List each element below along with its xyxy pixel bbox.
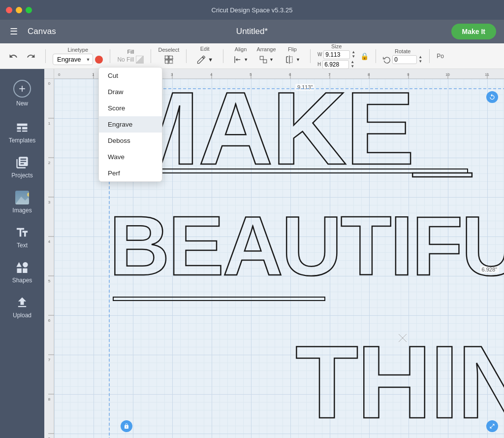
edit-group: Edit ▼ bbox=[193, 46, 216, 67]
shapes-label: Shapes bbox=[12, 277, 32, 284]
sep-6 bbox=[310, 49, 311, 63]
linetype-group: Linetype Engrave ▼ bbox=[53, 47, 103, 65]
undo-button[interactable] bbox=[6, 50, 21, 63]
fill-value: No Fill bbox=[117, 56, 134, 63]
svg-text:5: 5 bbox=[250, 72, 252, 77]
sidebar-item-projects[interactable]: Projects bbox=[0, 150, 44, 185]
svg-rect-6 bbox=[260, 56, 263, 60]
rotate-arrows: ▲ ▼ bbox=[418, 55, 422, 64]
rotate-input[interactable] bbox=[392, 55, 417, 64]
sidebar-item-new[interactable]: + New bbox=[0, 74, 44, 113]
position-label: Po bbox=[437, 53, 444, 60]
deselect-button[interactable] bbox=[162, 54, 176, 66]
width-up-arrow[interactable]: ▲ bbox=[351, 50, 355, 54]
svg-rect-56 bbox=[113, 297, 325, 301]
height-label: H bbox=[317, 62, 321, 67]
ruler-left-svg: 0 1 2 3 4 5 6 7 8 9 bbox=[44, 79, 54, 438]
linetype-value: Engrave bbox=[57, 56, 81, 63]
main-area: + New Templates Projects bbox=[0, 69, 504, 438]
undo-redo-group bbox=[6, 50, 38, 63]
arrange-label: Arrange bbox=[256, 46, 276, 52]
text-icon bbox=[15, 226, 29, 239]
width-input[interactable] bbox=[323, 50, 350, 59]
rotate-label: Rotate bbox=[395, 48, 410, 54]
rotation-handle[interactable] bbox=[486, 91, 498, 103]
maximize-button[interactable] bbox=[26, 7, 32, 13]
svg-text:1: 1 bbox=[92, 72, 94, 77]
align-button[interactable]: ▼ bbox=[230, 53, 251, 66]
sep-3 bbox=[151, 49, 151, 63]
svg-text:7: 7 bbox=[48, 358, 51, 362]
svg-text:3: 3 bbox=[171, 72, 173, 77]
sidebar-item-templates[interactable]: Templates bbox=[0, 115, 44, 150]
flip-group: Flip ▼ bbox=[282, 46, 303, 66]
svg-text:9: 9 bbox=[407, 72, 410, 77]
templates-icon bbox=[15, 121, 29, 135]
svg-text:2: 2 bbox=[48, 161, 51, 165]
sep-1 bbox=[45, 49, 46, 63]
hamburger-menu-button[interactable]: ☰ bbox=[8, 24, 20, 39]
canvas-label: Canvas bbox=[28, 27, 56, 36]
ruler-left: 0 1 2 3 4 5 6 7 8 9 bbox=[44, 79, 54, 438]
upload-icon bbox=[15, 296, 29, 309]
projects-icon bbox=[15, 156, 29, 169]
fill-control: No Fill bbox=[117, 56, 144, 64]
traffic-lights bbox=[6, 7, 32, 13]
sidebar-item-text[interactable]: Text bbox=[0, 220, 44, 255]
new-icon: + bbox=[13, 80, 31, 98]
toolbar: Linetype Engrave ▼ Fill No Fill Deselect bbox=[0, 43, 504, 69]
close-button[interactable] bbox=[6, 7, 12, 13]
color-swatch[interactable] bbox=[95, 56, 103, 64]
height-down-arrow[interactable]: ▼ bbox=[350, 65, 354, 68]
height-up-arrow[interactable]: ▲ bbox=[350, 60, 354, 64]
rotate-group: Rotate ▲ ▼ bbox=[383, 48, 422, 64]
header-bar: ☰ Canvas Untitled* Make It bbox=[0, 20, 504, 43]
arrange-group: Arrange ▼ bbox=[256, 46, 277, 66]
linetype-option-score[interactable]: Score bbox=[99, 100, 162, 116]
sidebar: + New Templates Projects bbox=[0, 69, 44, 438]
rotate-down-arrow[interactable]: ▼ bbox=[418, 60, 422, 64]
size-inputs: W ▲ ▼ H ▲ ▼ bbox=[317, 50, 355, 69]
sidebar-item-upload[interactable]: Upload bbox=[0, 290, 44, 325]
svg-text:1: 1 bbox=[48, 121, 51, 126]
arrange-button[interactable]: ▼ bbox=[256, 53, 277, 66]
linetype-option-perf[interactable]: Perf bbox=[99, 165, 162, 181]
height-input[interactable] bbox=[322, 60, 349, 69]
sidebar-item-images[interactable]: Images bbox=[0, 185, 44, 220]
svg-text:6: 6 bbox=[48, 318, 51, 323]
edit-label: Edit bbox=[200, 46, 210, 52]
rotate-up-arrow[interactable]: ▲ bbox=[418, 55, 422, 59]
svg-text:4: 4 bbox=[48, 239, 51, 244]
app-title: Cricut Design Space v5.3.25 bbox=[212, 6, 293, 14]
edit-button[interactable]: ▼ bbox=[193, 53, 216, 67]
fill-swatch[interactable] bbox=[136, 56, 144, 64]
scale-handle[interactable] bbox=[486, 420, 498, 432]
images-label: Images bbox=[12, 207, 32, 214]
flip-button[interactable]: ▼ bbox=[282, 53, 303, 66]
minimize-button[interactable] bbox=[16, 7, 22, 13]
make-it-button[interactable]: Make It bbox=[451, 24, 496, 39]
width-down-arrow[interactable]: ▼ bbox=[351, 55, 355, 59]
text-art-svg[interactable]: MAKE_ BEAUTIFUL THINGS bbox=[108, 88, 504, 438]
height-arrows: ▲ ▼ bbox=[350, 60, 354, 68]
linetype-option-deboss[interactable]: Deboss bbox=[99, 133, 162, 149]
linetype-option-engrave[interactable]: Engrave bbox=[99, 116, 162, 133]
linetype-option-cut[interactable]: Cut bbox=[99, 67, 162, 84]
titlebar: Cricut Design Space v5.3.25 bbox=[0, 0, 504, 20]
linetype-dropdown[interactable]: Engrave ▼ bbox=[53, 54, 93, 65]
ruler-corner bbox=[44, 69, 54, 79]
svg-point-9 bbox=[27, 193, 29, 197]
redo-button[interactable] bbox=[24, 50, 38, 63]
sep-8 bbox=[429, 49, 430, 63]
upload-label: Upload bbox=[13, 312, 32, 319]
lock-position-handle[interactable] bbox=[121, 420, 132, 432]
svg-marker-8 bbox=[15, 197, 29, 204]
svg-text:BEAUTIFUL: BEAUTIFUL bbox=[109, 199, 504, 293]
linetype-option-wave[interactable]: Wave bbox=[99, 149, 162, 165]
lock-aspect-icon[interactable]: 🔒 bbox=[360, 52, 369, 60]
align-label: Align bbox=[235, 46, 247, 52]
fill-label: Fill bbox=[127, 49, 134, 55]
sidebar-item-shapes[interactable]: Shapes bbox=[0, 255, 44, 290]
linetype-option-draw[interactable]: Draw bbox=[99, 84, 162, 100]
images-icon bbox=[15, 191, 29, 204]
